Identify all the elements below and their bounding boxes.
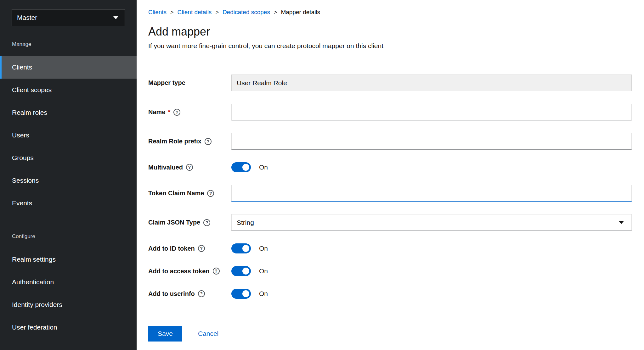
breadcrumb-client-details[interactable]: Client details (178, 9, 212, 16)
sidebar-item-identity-providers[interactable]: Identity providers (0, 293, 137, 316)
page-header: Clients > Client details > Dedicated sco… (137, 0, 644, 50)
app-root: Master Manage Clients Client scopes Real… (0, 0, 644, 350)
sidebar-item-label: Authentication (12, 278, 54, 286)
add-to-access-token-label: Add to access token ? (148, 268, 231, 275)
mapper-type-label-text: Mapper type (148, 79, 185, 86)
caret-down-icon (619, 221, 624, 224)
add-to-userinfo-toggle[interactable] (231, 289, 251, 299)
sidebar-item-label: Identity providers (12, 301, 62, 308)
multivalued-label: Multivalued ? (148, 164, 231, 171)
nav-section-title-manage: Manage (0, 41, 137, 47)
breadcrumb-separator-icon: > (170, 9, 174, 16)
toggle-knob (242, 164, 249, 171)
realm-role-prefix-label: Realm Role prefix ? (148, 138, 231, 145)
add-to-access-token-label-text: Add to access token (148, 268, 210, 275)
help-icon[interactable]: ? (198, 245, 205, 252)
sidebar-item-label: Events (12, 199, 32, 207)
help-icon[interactable]: ? (198, 290, 205, 297)
sidebar-item-users[interactable]: Users (0, 124, 137, 147)
add-to-id-token-label-text: Add to ID token (148, 245, 195, 252)
sidebar-item-realm-settings[interactable]: Realm settings (0, 248, 137, 271)
sidebar-item-realm-roles[interactable]: Realm roles (0, 101, 137, 124)
form-actions: Save Cancel (148, 326, 632, 342)
mapper-type-input[interactable] (231, 75, 632, 91)
sidebar-item-label: Client scopes (12, 86, 52, 93)
claim-json-type-select[interactable]: String (231, 214, 632, 231)
page-subtitle: If you want more fine-grain control, you… (148, 42, 632, 50)
add-to-userinfo-state-label: On (259, 290, 268, 297)
form-row-add-to-id-token: Add to ID token ? On (148, 243, 632, 253)
sidebar-item-label: Groups (12, 154, 34, 161)
toggle-knob (242, 290, 249, 297)
add-to-userinfo-label: Add to userinfo ? (148, 290, 231, 297)
breadcrumb-dedicated-scopes[interactable]: Dedicated scopes (223, 9, 270, 16)
help-icon[interactable]: ? (173, 109, 180, 116)
realm-role-prefix-input[interactable] (231, 133, 632, 150)
name-input[interactable] (231, 104, 632, 120)
help-icon[interactable]: ? (203, 219, 210, 226)
add-to-id-token-toggle[interactable] (231, 243, 251, 253)
sidebar-item-sessions[interactable]: Sessions (0, 169, 137, 192)
form-row-claim-json-type: Claim JSON Type ? String (148, 214, 632, 231)
sidebar-item-client-scopes[interactable]: Client scopes (0, 79, 137, 101)
token-claim-name-label: Token Claim Name ? (148, 190, 231, 197)
save-button[interactable]: Save (148, 326, 182, 342)
sidebar-item-clients[interactable]: Clients (0, 56, 137, 79)
nav-section-manage: Manage Clients Client scopes Realm roles… (0, 41, 137, 214)
claim-json-type-value: String (237, 219, 254, 226)
required-indicator: * (168, 108, 170, 116)
page-title: Add mapper (148, 25, 632, 38)
sidebar-item-user-federation[interactable]: User federation (0, 316, 137, 339)
token-claim-name-input[interactable] (231, 185, 632, 202)
toggle-knob (242, 245, 249, 252)
add-to-access-token-toggle[interactable] (231, 266, 251, 276)
sidebar-item-groups[interactable]: Groups (0, 147, 137, 169)
form-row-mapper-type: Mapper type (148, 75, 632, 91)
multivalued-toggle[interactable] (231, 162, 251, 172)
sidebar-item-label: Realm roles (12, 109, 47, 116)
form-row-add-to-userinfo: Add to userinfo ? On (148, 289, 632, 299)
realm-selector-area: Master (0, 0, 137, 33)
breadcrumb-separator-icon: > (215, 9, 219, 16)
help-icon[interactable]: ? (205, 138, 212, 145)
realm-selector[interactable]: Master (12, 9, 125, 26)
nav-list-manage: Clients Client scopes Realm roles Users … (0, 56, 137, 214)
form-row-token-claim-name: Token Claim Name ? (148, 185, 632, 202)
sidebar: Master Manage Clients Client scopes Real… (0, 0, 137, 350)
claim-json-type-label-text: Claim JSON Type (148, 219, 200, 226)
breadcrumb-clients[interactable]: Clients (148, 9, 167, 16)
sidebar-item-label: Realm settings (12, 256, 56, 263)
form-row-multivalued: Multivalued ? On (148, 162, 632, 172)
sidebar-nav: Manage Clients Client scopes Realm roles… (0, 33, 137, 339)
add-to-userinfo-label-text: Add to userinfo (148, 290, 195, 297)
token-claim-name-label-text: Token Claim Name (148, 190, 204, 197)
help-icon[interactable]: ? (186, 164, 193, 171)
sidebar-item-label: Clients (12, 64, 32, 71)
help-icon[interactable]: ? (207, 190, 214, 197)
sidebar-item-label: Sessions (12, 177, 39, 184)
name-label: Name * ? (148, 108, 231, 116)
nav-list-configure: Realm settings Authentication Identity p… (0, 248, 137, 339)
sidebar-item-label: Users (12, 131, 29, 139)
add-to-id-token-label: Add to ID token ? (148, 245, 231, 252)
chevron-down-icon (113, 16, 118, 19)
mapper-type-label: Mapper type (148, 79, 231, 86)
form-row-add-to-access-token: Add to access token ? On (148, 266, 632, 276)
sidebar-item-authentication[interactable]: Authentication (0, 271, 137, 293)
breadcrumb-mapper-details: Mapper details (281, 9, 320, 16)
cancel-button[interactable]: Cancel (198, 330, 218, 337)
name-label-text: Name (148, 108, 165, 116)
multivalued-state-label: On (259, 164, 268, 171)
add-to-id-token-state-label: On (259, 245, 268, 252)
main-content: Clients > Client details > Dedicated sco… (137, 0, 644, 350)
nav-section-configure: Configure Realm settings Authentication … (0, 233, 137, 339)
sidebar-item-label: User federation (12, 324, 57, 331)
realm-role-prefix-label-text: Realm Role prefix (148, 138, 201, 145)
help-icon[interactable]: ? (213, 268, 220, 275)
sidebar-item-events[interactable]: Events (0, 192, 137, 214)
add-to-access-token-state-label: On (259, 267, 268, 275)
add-mapper-form: Mapper type Name * ? R (137, 63, 644, 342)
multivalued-label-text: Multivalued (148, 164, 183, 171)
toggle-knob (242, 268, 249, 275)
form-row-realm-role-prefix: Realm Role prefix ? (148, 133, 632, 150)
